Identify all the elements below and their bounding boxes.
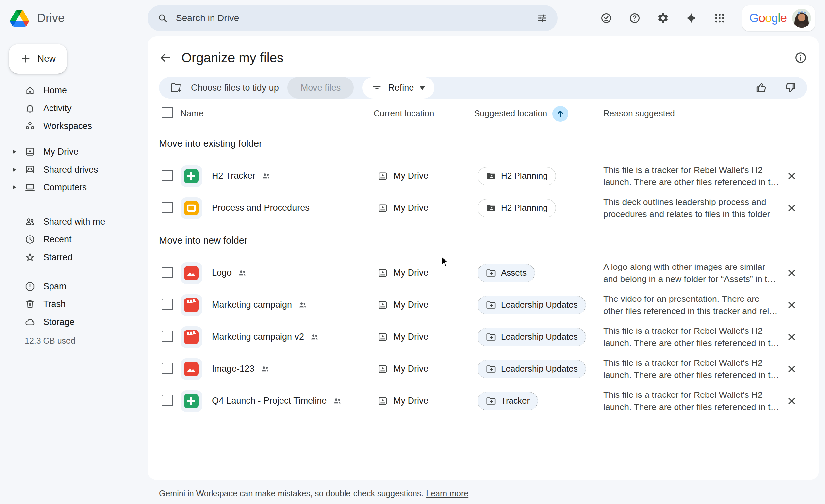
dismiss-suggestion-button[interactable] [786, 396, 797, 407]
info-icon[interactable] [794, 52, 807, 64]
row-checkbox[interactable] [162, 170, 173, 181]
workspaces-icon [25, 121, 35, 131]
slides-file-icon [180, 197, 202, 219]
suggested-location-pill[interactable]: Assets [477, 264, 535, 282]
expand-arrow-icon[interactable] [12, 149, 16, 154]
sheets-file-icon [180, 390, 202, 412]
laptop-icon [25, 182, 35, 193]
suggested-location-pill[interactable]: H2 Planning [477, 199, 556, 218]
disclaimer: Gemini in Workspace can make mistakes, s… [159, 489, 468, 498]
new-button[interactable]: New [9, 44, 67, 74]
table-row[interactable]: Marketing campaign v2 My Drive [159, 321, 807, 353]
row-checkbox[interactable] [162, 299, 173, 310]
sheets-file-icon [180, 165, 202, 187]
select-all-checkbox[interactable] [162, 107, 173, 118]
shared-people-icon [238, 268, 247, 278]
sidebar-item-label: Spam [43, 281, 67, 291]
suggested-location-pill[interactable]: Tracker [477, 392, 538, 410]
expand-arrow-icon[interactable] [12, 185, 16, 190]
row-checkbox[interactable] [162, 363, 173, 374]
sidebar-item-shared-drives[interactable]: Shared drives [0, 161, 148, 178]
my-drive-icon [378, 171, 388, 181]
sidebar-item-label: Computers [43, 182, 87, 193]
folder-icon [486, 203, 496, 214]
thumbs-down-button[interactable] [784, 82, 796, 94]
people-icon [25, 217, 35, 227]
file-name: Image-123 [212, 364, 254, 374]
table-row[interactable]: H2 Tracker My Drive [159, 160, 807, 192]
search-options-tune-icon[interactable] [537, 12, 548, 24]
sidebar-item-recent[interactable]: Recent [0, 231, 148, 248]
sidebar-item-activity[interactable]: Activity [0, 99, 148, 117]
folder-icon [486, 268, 496, 278]
sidebar-item-storage[interactable]: Storage [0, 313, 148, 331]
file-name: Marketing campaign v2 [212, 332, 304, 342]
sidebar-item-label: Home [43, 85, 67, 96]
suggested-location-pill[interactable]: Leadership Updates [477, 328, 586, 346]
choose-files-label[interactable]: Choose files to tidy up [191, 83, 279, 93]
dismiss-suggestion-button[interactable] [786, 300, 797, 311]
sidebar-item-starred[interactable]: Starred [0, 248, 148, 266]
refine-label: Refine [388, 83, 414, 93]
sidebar-item-shared-with-me[interactable]: Shared with me [0, 213, 148, 231]
image-file-icon [180, 262, 202, 284]
row-checkbox[interactable] [162, 267, 173, 278]
new-button-label: New [37, 54, 56, 64]
gemini-spark-icon[interactable] [685, 12, 697, 24]
row-checkbox[interactable] [162, 395, 173, 406]
column-current-location[interactable]: Current location [374, 108, 474, 119]
dismiss-suggestion-button[interactable] [786, 267, 797, 279]
row-checkbox[interactable] [162, 331, 173, 342]
reason-text: This deck outlines leadership process an… [603, 196, 780, 220]
table-row[interactable]: Q4 Launch - Project Timeline My Drive [159, 385, 807, 417]
move-files-button[interactable]: Move files [287, 77, 354, 99]
table-row[interactable]: Image-123 My Drive [159, 353, 807, 385]
expand-arrow-icon[interactable] [12, 167, 16, 172]
dismiss-suggestion-button[interactable] [786, 171, 797, 182]
sidebar-item-my-drive[interactable]: My Drive [0, 143, 148, 161]
avatar[interactable] [792, 9, 811, 28]
column-name[interactable]: Name [180, 108, 374, 119]
sidebar-item-home[interactable]: Home [0, 81, 148, 99]
current-location: My Drive [374, 396, 474, 406]
suggested-location-pill[interactable]: Leadership Updates [477, 360, 586, 378]
settings-gear-icon[interactable] [657, 12, 669, 24]
thumbs-up-button[interactable] [755, 82, 767, 94]
back-button[interactable] [159, 52, 172, 64]
dismiss-suggestion-button[interactable] [786, 363, 797, 375]
search-bar[interactable] [148, 5, 558, 31]
folder-icon [486, 332, 496, 342]
search-icon[interactable] [157, 13, 168, 23]
sort-ascending-icon[interactable] [552, 106, 568, 122]
drive-logo[interactable]: Drive [10, 0, 65, 36]
refine-button[interactable]: Refine [362, 77, 434, 99]
action-toolbar: Choose files to tidy up Move files Refin… [159, 77, 807, 99]
mydrive-icon [25, 147, 35, 157]
storage-used-label: 12.3 GB used [25, 336, 148, 346]
account-chip[interactable]: Google [742, 5, 815, 31]
table-row[interactable]: Process and Procedures My Drive [159, 192, 807, 224]
sidebar-item-workspaces[interactable]: Workspaces [0, 117, 148, 135]
sidebar-item-computers[interactable]: Computers [0, 178, 148, 196]
suggested-location-pill[interactable]: Leadership Updates [477, 296, 586, 314]
learn-more-link[interactable]: Learn more [426, 489, 468, 498]
search-input[interactable] [175, 12, 529, 24]
help-icon[interactable] [629, 12, 641, 24]
dismiss-suggestion-button[interactable] [786, 332, 797, 343]
shared-people-icon [261, 172, 271, 181]
offline-ready-icon[interactable] [600, 12, 612, 24]
column-reason[interactable]: Reason suggested [598, 108, 776, 119]
column-suggested-location[interactable]: Suggested location [474, 108, 547, 119]
table-row[interactable]: Logo My Drive [159, 257, 807, 289]
apps-grid-icon[interactable] [714, 12, 726, 24]
suggested-location-pill[interactable]: H2 Planning [477, 167, 556, 185]
sidebar-item-spam[interactable]: Spam [0, 277, 148, 295]
sidebar-item-label: My Drive [43, 147, 79, 157]
section-title: Move into new folder [159, 224, 807, 257]
topbar: Drive [0, 0, 825, 36]
file-name: Process and Procedures [212, 203, 309, 213]
sidebar-item-trash[interactable]: Trash [0, 295, 148, 313]
dismiss-suggestion-button[interactable] [786, 202, 797, 214]
table-row[interactable]: Marketing campaign My Drive [159, 289, 807, 321]
row-checkbox[interactable] [162, 202, 173, 213]
